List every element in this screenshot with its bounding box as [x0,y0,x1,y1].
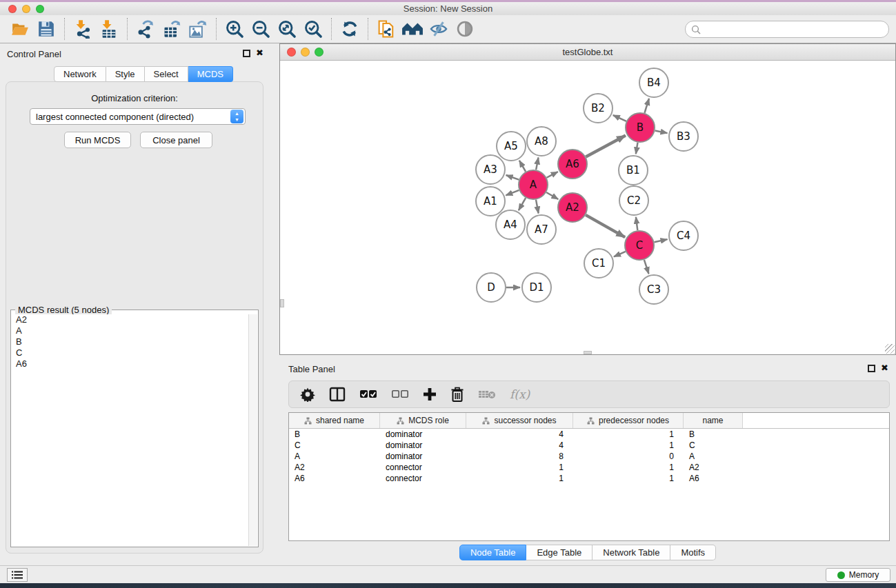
edge-C-C3[interactable] [644,260,649,274]
memory-button[interactable]: Memory [826,568,890,582]
float-panel-icon[interactable] [243,50,250,57]
tab-node-table[interactable]: Node Table [459,545,527,560]
zoom-out-button[interactable] [248,17,274,41]
mcds-result-scrollbar[interactable] [248,314,257,546]
tab-network-table[interactable]: Network Table [593,545,670,560]
edge-A-A4[interactable] [519,198,526,210]
first-neighbors-button[interactable] [399,17,426,41]
edge-A-A1[interactable] [506,190,519,195]
node-A3[interactable]: A3 [476,155,505,184]
node-B1[interactable]: B1 [619,156,648,185]
tab-select[interactable]: Select [145,66,188,82]
deselect-all-rows-button[interactable] [391,389,409,399]
mcds-result-list[interactable]: A2ABCA6 [12,314,248,546]
table-settings-button[interactable] [300,387,315,402]
node-C2[interactable]: C2 [619,186,648,215]
tab-style[interactable]: Style [106,66,145,82]
tab-network[interactable]: Network [54,66,106,82]
network-canvas[interactable]: B4B2BB3A8A5A6A3B1AA1C2A2A4A7C4CC1C3DD1 [280,61,895,354]
edge-C-C4[interactable] [654,239,667,242]
edge-B-B3[interactable] [655,130,668,133]
node-D[interactable]: D [477,273,506,302]
edge-A-A5[interactable] [519,161,526,172]
table-row[interactable]: A6connector11A6 [289,473,889,484]
mcds-result-item[interactable]: B [12,336,248,347]
node-A4[interactable]: A4 [496,210,525,239]
export-network-button[interactable] [132,17,159,41]
select-all-rows-button[interactable] [359,389,377,399]
mcds-result-item[interactable]: A6 [12,358,248,369]
node-B2[interactable]: B2 [584,94,613,123]
zoom-in-button[interactable] [221,17,248,41]
node-C1[interactable]: C1 [584,249,613,278]
splitter-handle[interactable] [584,351,592,354]
edge-A-A2[interactable] [546,192,558,199]
save-session-button[interactable] [33,17,59,41]
edge-B-B1[interactable] [636,143,638,154]
create-column-button[interactable] [423,387,437,401]
edge-C-C1[interactable] [614,252,626,256]
import-table-button[interactable] [96,17,122,41]
splitter-handle[interactable] [280,299,284,307]
table-row[interactable]: Bdominator41B [289,429,889,440]
edge-A6-B[interactable] [586,135,626,156]
node-C4[interactable]: C4 [669,221,698,250]
node-A2[interactable]: A2 [558,193,587,222]
node-A6[interactable]: A6 [558,150,587,179]
network-graph[interactable]: B4B2BB3A8A5A6A3B1AA1C2A2A4A7C4CC1C3DD1 [280,61,895,354]
column-header-predecessor-nodes[interactable]: predecessor nodes [573,413,684,428]
run-mcds-button[interactable]: Run MCDS [64,132,131,148]
edge-B-B4[interactable] [644,99,648,113]
open-session-button[interactable] [7,17,33,41]
table-row[interactable]: Adominator80A [289,451,889,462]
node-B4[interactable]: B4 [639,68,668,97]
mcds-result-item[interactable]: A2 [12,314,248,325]
search-field[interactable] [685,21,889,38]
task-history-button[interactable] [7,568,28,582]
zoom-fit-button[interactable] [274,17,300,41]
float-panel-icon[interactable] [868,365,875,372]
node-A[interactable]: A [519,170,548,199]
function-builder-button[interactable]: f(x) [510,387,530,401]
column-header-successor-nodes[interactable]: successor nodes [466,413,573,428]
new-network-from-selection-button[interactable] [373,17,399,41]
mcds-result-item[interactable]: A [12,325,248,336]
column-header-mcds-role[interactable]: MCDS role [380,413,466,428]
edge-A-A8[interactable] [536,158,538,170]
export-image-button[interactable] [185,17,211,41]
mcds-result-item[interactable]: C [12,347,248,358]
edge-A-A3[interactable] [506,175,519,180]
edge-A-A7[interactable] [536,200,539,214]
delete-table-button[interactable] [478,389,496,400]
apply-layout-button[interactable] [337,17,363,41]
node-A1[interactable]: A1 [476,187,505,216]
criterion-select[interactable]: largest connected component (directed) ▲… [30,108,246,125]
table-row[interactable]: A2connector11A2 [289,462,889,473]
node-D1[interactable]: D1 [522,273,551,302]
hide-selection-button[interactable] [426,17,452,41]
close-panel-icon[interactable]: ✖ [256,48,263,58]
edge-A-A6[interactable] [546,172,557,178]
network-window-titlebar[interactable]: testGlobe.txt [280,44,895,61]
edge-A2-C[interactable] [586,215,625,237]
node-C[interactable]: C [625,231,654,260]
show-columns-button[interactable] [329,387,346,402]
node-B3[interactable]: B3 [669,122,698,151]
table-row[interactable]: Cdominator41C [289,440,889,451]
edge-B-B2[interactable] [613,115,626,121]
node-C3[interactable]: C3 [639,275,668,304]
tab-mcds[interactable]: MCDS [188,66,233,82]
node-A5[interactable]: A5 [497,132,526,161]
search-input[interactable] [704,25,870,34]
delete-column-button[interactable] [450,387,464,402]
edge-C-C2[interactable] [636,217,637,230]
resize-grip[interactable] [885,344,895,354]
show-all-button[interactable] [452,17,478,41]
close-panel-button[interactable]: Close panel [140,132,212,148]
node-A8[interactable]: A8 [527,127,556,156]
node-A7[interactable]: A7 [527,215,556,244]
close-panel-icon[interactable]: ✖ [881,363,888,373]
column-header-shared-name[interactable]: shared name [289,413,380,428]
zoom-selected-button[interactable] [300,17,326,41]
export-table-button[interactable] [159,17,185,41]
